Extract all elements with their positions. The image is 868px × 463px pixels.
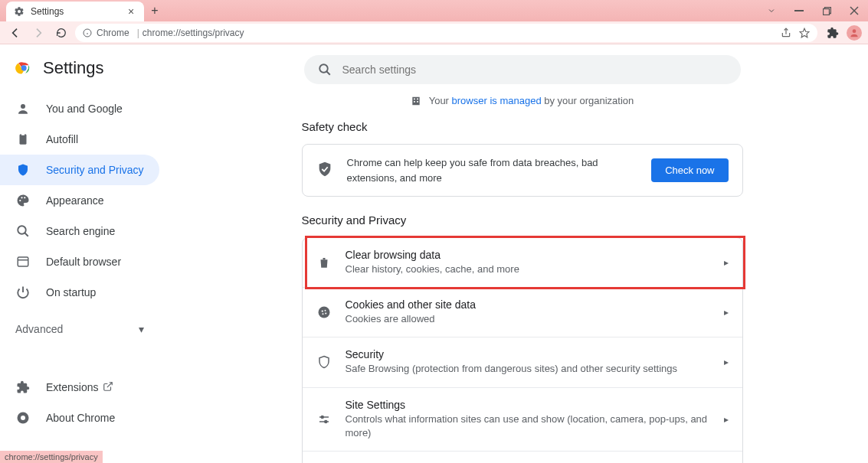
svg-rect-14 xyxy=(21,133,25,135)
sidebar-item-label: About Chrome xyxy=(46,412,115,424)
window-title-bar: Settings × + xyxy=(0,0,868,21)
puzzle-icon xyxy=(15,380,31,395)
chevron-right-icon: ▸ xyxy=(724,357,729,367)
sidebar-item-default-browser[interactable]: Default browser xyxy=(0,246,159,277)
shield-icon xyxy=(316,355,332,369)
shield-icon xyxy=(15,162,31,178)
app-header: Settings xyxy=(0,58,199,89)
svg-rect-32 xyxy=(417,101,418,103)
svg-line-19 xyxy=(25,233,28,236)
sidebar-item-label: On startup xyxy=(46,286,96,298)
svg-point-9 xyxy=(853,29,857,33)
row-security[interactable]: Security Safe Browsing (protection from … xyxy=(303,337,742,386)
chevron-right-icon: ▸ xyxy=(724,307,729,318)
close-window-button[interactable] xyxy=(840,0,868,21)
sidebar-item-you-and-google[interactable]: You and Google xyxy=(0,93,159,124)
chevron-right-icon: ▸ xyxy=(724,257,729,268)
close-icon[interactable]: × xyxy=(126,6,136,17)
check-now-button[interactable]: Check now xyxy=(651,158,728,182)
advanced-toggle[interactable]: Advanced ▾ xyxy=(0,312,199,346)
site-chip-label: Chrome xyxy=(97,28,129,38)
row-clear-browsing-data[interactable]: Clear browsing data Clear history, cooki… xyxy=(303,238,742,287)
share-icon[interactable] xyxy=(781,28,791,38)
chevron-right-icon: ▸ xyxy=(724,414,729,425)
toolbar: Chrome | chrome://settings/privacy xyxy=(0,21,868,44)
profile-avatar[interactable] xyxy=(847,25,862,41)
new-tab-button[interactable]: + xyxy=(144,4,165,18)
building-icon xyxy=(411,96,421,106)
safety-check-text: Chrome can help keep you safe from data … xyxy=(347,155,638,185)
sidebar-item-on-startup[interactable]: On startup xyxy=(0,277,159,308)
managed-suffix: by your organization xyxy=(542,95,634,106)
star-icon[interactable] xyxy=(799,28,810,38)
search-icon xyxy=(15,223,31,239)
info-icon xyxy=(83,28,92,37)
svg-point-18 xyxy=(18,226,26,234)
sidebar-item-label: Appearance xyxy=(46,194,104,207)
svg-rect-1 xyxy=(823,8,829,15)
search-input[interactable] xyxy=(342,64,727,76)
maximize-button[interactable] xyxy=(813,0,840,21)
row-privacy-sandbox[interactable]: Privacy Sandbox xyxy=(303,451,742,463)
sidebar-item-search-engine[interactable]: Search engine xyxy=(0,216,159,246)
trash-icon xyxy=(316,256,332,269)
svg-rect-28 xyxy=(412,96,419,105)
svg-point-16 xyxy=(21,197,22,198)
row-title: Cookies and other site data xyxy=(346,298,710,311)
back-button[interactable] xyxy=(6,24,25,42)
privacy-list: Clear browsing data Clear history, cooki… xyxy=(302,237,743,463)
svg-rect-0 xyxy=(794,10,804,11)
sidebar-item-label: Search engine xyxy=(46,225,115,237)
svg-rect-20 xyxy=(18,257,28,266)
safety-check-heading: Safety check xyxy=(302,120,743,133)
sidebar-item-label: Extensions xyxy=(46,381,98,393)
svg-point-37 xyxy=(325,313,326,315)
extension-area xyxy=(822,25,862,41)
chrome-logo-icon xyxy=(15,60,32,77)
svg-marker-8 xyxy=(800,28,809,37)
puzzle-icon[interactable] xyxy=(827,27,839,39)
cookie-icon xyxy=(316,305,332,319)
row-sub: Controls what information sites can use … xyxy=(346,412,710,440)
browser-tab[interactable]: Settings × xyxy=(6,2,144,21)
window-controls xyxy=(758,0,868,21)
reload-button[interactable] xyxy=(52,24,70,42)
sidebar-item-autofill[interactable]: Autofill xyxy=(0,124,159,155)
chevron-down-icon[interactable] xyxy=(758,0,785,21)
row-sub: Safe Browsing (protection from dangerous… xyxy=(346,362,710,376)
open-external-icon xyxy=(103,381,113,394)
sidebar-item-appearance[interactable]: Appearance xyxy=(0,185,159,216)
svg-point-35 xyxy=(324,310,326,311)
svg-rect-30 xyxy=(417,98,418,99)
row-cookies[interactable]: Cookies and other site data Cookies are … xyxy=(303,287,742,337)
omnibox[interactable]: Chrome | chrome://settings/privacy xyxy=(75,24,817,42)
forward-button[interactable] xyxy=(29,24,47,42)
sidebar-item-label: Security and Privacy xyxy=(46,164,144,176)
advanced-label: Advanced xyxy=(15,323,63,335)
row-sub: Cookies are allowed xyxy=(346,312,710,326)
power-icon xyxy=(15,285,31,300)
sidebar-item-label: Default browser xyxy=(46,256,121,268)
svg-point-34 xyxy=(321,311,323,312)
svg-point-11 xyxy=(21,66,26,70)
sidebar-item-extensions[interactable]: Extensions xyxy=(0,372,159,403)
clipboard-icon xyxy=(15,132,31,147)
row-title: Security xyxy=(346,348,710,360)
nav-list: You and Google Autofill Security and Pri… xyxy=(0,89,199,312)
chrome-logo-icon xyxy=(15,410,31,426)
sidebar-item-label: You and Google xyxy=(46,103,123,115)
content: Your browser is managed by your organiza… xyxy=(199,44,868,463)
sidebar-item-security-privacy[interactable]: Security and Privacy xyxy=(0,155,159,185)
sidebar: Settings You and Google Autofill Securit… xyxy=(0,44,199,463)
managed-link[interactable]: browser is managed xyxy=(452,95,542,106)
status-bar: chrome://settings/privacy xyxy=(0,451,103,463)
sidebar-item-label: Autofill xyxy=(46,133,78,145)
sidebar-item-about[interactable]: About Chrome xyxy=(0,403,159,433)
bottom-nav: Extensions About Chrome xyxy=(0,367,199,438)
person-icon xyxy=(15,101,31,116)
row-site-settings[interactable]: Site Settings Controls what information … xyxy=(303,387,742,451)
managed-prefix: Your xyxy=(429,95,452,106)
search-icon xyxy=(318,63,332,77)
search-settings-box[interactable] xyxy=(304,55,741,84)
minimize-button[interactable] xyxy=(785,0,813,21)
